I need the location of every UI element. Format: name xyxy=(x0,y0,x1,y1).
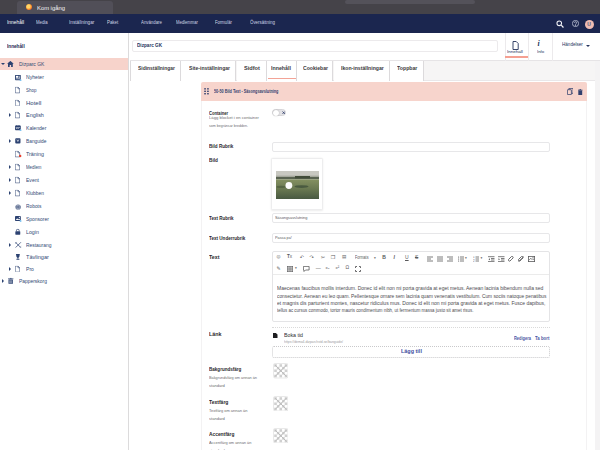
svg-text:2: 2 xyxy=(473,259,475,262)
